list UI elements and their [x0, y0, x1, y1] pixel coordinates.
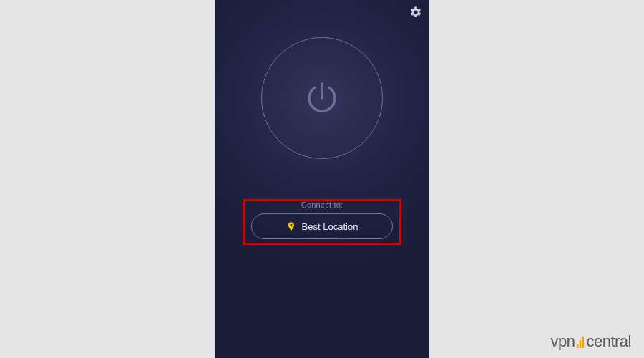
connect-to-label: Connect to: — [215, 200, 429, 209]
signal-icon — [577, 334, 584, 349]
watermark-part2: central — [586, 332, 631, 351]
watermark-part1: vpn — [550, 332, 575, 351]
svg-rect-2 — [582, 337, 585, 348]
location-name: Best Location — [302, 221, 358, 232]
watermark-logo: vpn central — [550, 332, 631, 351]
location-selector-button[interactable]: Best Location — [251, 213, 393, 239]
location-pin-icon — [286, 220, 296, 233]
power-icon — [303, 79, 341, 117]
power-button[interactable] — [261, 37, 383, 159]
svg-rect-0 — [577, 344, 579, 348]
gear-icon[interactable] — [409, 6, 422, 19]
svg-rect-1 — [580, 340, 582, 348]
vpn-app-screen: Connect to: Best Location — [215, 0, 429, 358]
